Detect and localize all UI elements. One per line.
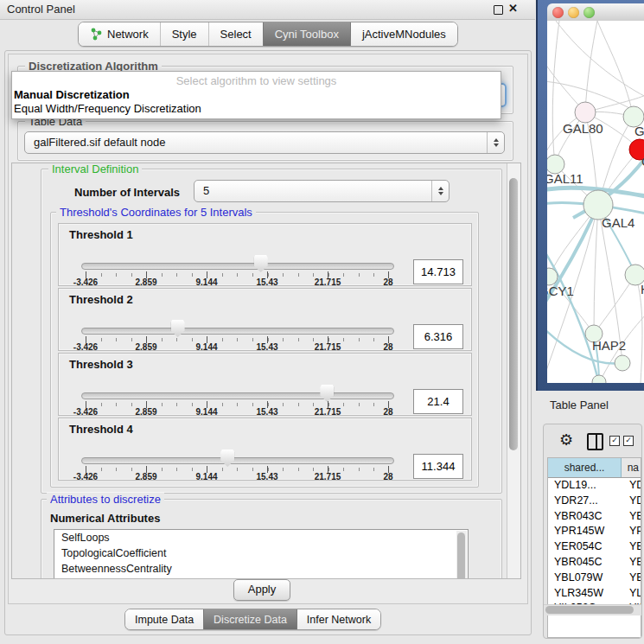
number-of-intervals-combobox[interactable]: 5	[194, 180, 450, 202]
table-row[interactable]: YLR345WYLR3	[548, 586, 641, 602]
network-view-window[interactable]: GAL80 GA C GAL11 GAL4 GCY1 H HAP2	[536, 0, 644, 391]
table-row[interactable]: YDR27...YDR2	[548, 494, 641, 509]
vertical-scrollbar[interactable]	[507, 163, 520, 578]
node-label-partial-g: GA	[634, 124, 644, 138]
thresholds-coordinates-label: Threshold's Coordinates for 5 Intervals	[56, 206, 256, 219]
slider-tick-labels: -3.4262.8599.14415.4321.71528	[86, 342, 388, 353]
tab-cyni-toolbox[interactable]: Cyni Toolbox	[263, 22, 350, 46]
tab-discretize-data[interactable]: Discretize Data	[203, 609, 296, 629]
control-panel-titlebar	[0, 0, 535, 20]
threshold-2-label: Threshold 2	[69, 293, 133, 306]
float-window-icon[interactable]	[494, 5, 503, 15]
threshold-1-slider-handle[interactable]	[254, 255, 268, 272]
node-gal80[interactable]	[575, 102, 596, 123]
settings-scroll-area: Interval Definition Number of Intervals …	[11, 163, 521, 579]
table-panel: ⚙ ✓ ✓ shared... na YDL19...YDL1 YDR27...…	[543, 424, 642, 639]
list-scrollbar[interactable]	[456, 531, 467, 579]
dropdown-option-equal-width[interactable]: Equal Width/Frequency Discretization	[14, 102, 201, 115]
close-traffic-light[interactable]	[552, 7, 564, 18]
threshold-3-value-field[interactable]: 21.4	[413, 389, 463, 414]
node-label-gal80: GAL80	[563, 121, 603, 136]
table-data-combobox[interactable]: galFiltered.sif default node	[24, 131, 505, 154]
threshold-2-panel: Threshold 2 -3.4262.8599.14415.4321.7152…	[58, 288, 472, 351]
algorithm-dropdown-popup: Select algorithm to view settings Manual…	[11, 71, 501, 119]
columns-icon[interactable]	[587, 433, 603, 450]
table-row[interactable]: YBR043CYBR0	[548, 509, 641, 525]
slider-tick-labels: -3.4262.8599.14415.4321.71528	[86, 277, 388, 288]
table-data-value: galFiltered.sif default node	[34, 132, 165, 153]
threshold-1-panel: Threshold 1 -3.4262.8599.14415.4321.7152…	[58, 223, 472, 286]
threshold-3-slider-handle[interactable]	[320, 385, 334, 402]
column-header-shared-name[interactable]: shared...	[548, 458, 622, 477]
network-icon	[90, 28, 103, 41]
tab-network[interactable]: Network	[79, 22, 160, 46]
scrollbar-thumb[interactable]	[545, 606, 634, 614]
interval-definition-label: Interval Definition	[48, 163, 142, 175]
threshold-4-slider-track[interactable]	[81, 457, 394, 464]
control-panel-title: Control Panel	[7, 3, 75, 16]
list-item[interactable]: BetweennessCentrality	[54, 561, 468, 577]
scrollbar-thumb[interactable]	[509, 178, 518, 450]
table-row[interactable]: YBR045CYBR0	[548, 555, 641, 571]
minimize-traffic-light[interactable]	[568, 7, 579, 18]
table-panel-title: Table Panel	[550, 399, 609, 411]
threshold-4-slider-handle[interactable]	[220, 450, 234, 467]
cyni-bottom-tabbar: Impute Data Discretize Data Infer Networ…	[124, 609, 381, 630]
threshold-3-label: Threshold 3	[69, 358, 133, 371]
node-label-gcy1: GCY1	[547, 284, 574, 298]
select-all-checkbox-icon[interactable]: ✓	[623, 436, 634, 446]
table-row[interactable]: YPR145WYPR1	[548, 524, 641, 539]
horizontal-scrollbar[interactable]	[544, 604, 641, 615]
table-row[interactable]: YER054CYER0	[548, 539, 641, 555]
select-checkbox-icon[interactable]: ✓	[609, 436, 620, 446]
threshold-3-panel: Threshold 3 -3.4262.8599.14415.4321.7152…	[58, 353, 472, 416]
dropdown-prompt: Select algorithm to view settings	[12, 74, 501, 87]
screen: Control Panel ✕ Network Style Select Cyn…	[0, 0, 644, 644]
tab-jactivemnodules[interactable]: jActiveMNodules	[350, 22, 457, 46]
node-partial-bottom2[interactable]	[592, 375, 606, 383]
numerical-attributes-list[interactable]: SelfLoops TopologicalCoefficient Between…	[54, 529, 469, 579]
number-of-intervals-label: Number of Intervals	[74, 186, 180, 199]
threshold-1-slider-track[interactable]	[81, 263, 394, 270]
combo-arrows-icon	[487, 132, 504, 153]
threshold-4-value-field[interactable]: 11.344	[413, 454, 463, 479]
network-window-titlebar[interactable]	[547, 3, 644, 22]
node-partial-bottom[interactable]	[615, 355, 630, 371]
network-canvas[interactable]: GAL80 GA C GAL11 GAL4 GCY1 H HAP2	[547, 21, 644, 383]
threshold-2-slider-track[interactable]	[81, 328, 394, 335]
number-of-intervals-value: 5	[203, 181, 209, 201]
column-header-name[interactable]: na	[622, 458, 641, 477]
tab-select[interactable]: Select	[208, 22, 263, 46]
tab-infer-network[interactable]: Infer Network	[296, 609, 380, 629]
numerical-attributes-label: Numerical Attributes	[50, 512, 160, 525]
close-icon[interactable]: ✕	[508, 2, 518, 15]
node-label-partial-h: H	[641, 282, 644, 296]
attributes-group-label: Attributes to discretize	[47, 493, 164, 506]
list-item[interactable]: TopologicalCoefficient	[54, 545, 468, 561]
apply-button[interactable]: Apply	[233, 579, 290, 601]
threshold-4-label: Threshold 4	[69, 423, 133, 436]
interval-definition-group: Interval Definition Number of Intervals …	[41, 169, 502, 494]
threshold-2-slider-handle[interactable]	[171, 320, 185, 337]
threshold-1-value-field[interactable]: 14.713	[413, 259, 463, 284]
thresholds-coordinates-group: Threshold's Coordinates for 5 Intervals …	[50, 212, 479, 488]
table-header-row: shared... na	[548, 458, 641, 478]
table-row[interactable]: YBL079WYBL0	[548, 571, 641, 586]
threshold-3-slider-track[interactable]	[81, 392, 394, 399]
slider-tick-labels: -3.4262.8599.14415.4321.71528	[86, 407, 388, 418]
list-item[interactable]: SelfLoops	[54, 530, 468, 545]
tab-impute-data[interactable]: Impute Data	[125, 609, 203, 629]
threshold-2-value-field[interactable]: 6.316	[413, 324, 463, 349]
node-label-gal4: GAL4	[602, 215, 634, 230]
table-row[interactable]: YDL19...YDL1	[548, 478, 641, 494]
dropdown-option-manual[interactable]: Manual Discretization	[14, 88, 130, 101]
tab-network-label: Network	[107, 28, 149, 41]
table-toolbar: ⚙ ✓ ✓	[544, 424, 641, 456]
combo-arrows-icon	[431, 181, 449, 201]
zoom-traffic-light[interactable]	[583, 7, 595, 18]
tab-style[interactable]: Style	[160, 22, 208, 46]
node-label-gal11: GAL11	[547, 171, 583, 186]
threshold-1-label: Threshold 1	[69, 228, 133, 241]
gear-icon[interactable]: ⚙	[559, 430, 573, 450]
node-label-hap2: HAP2	[592, 338, 626, 353]
